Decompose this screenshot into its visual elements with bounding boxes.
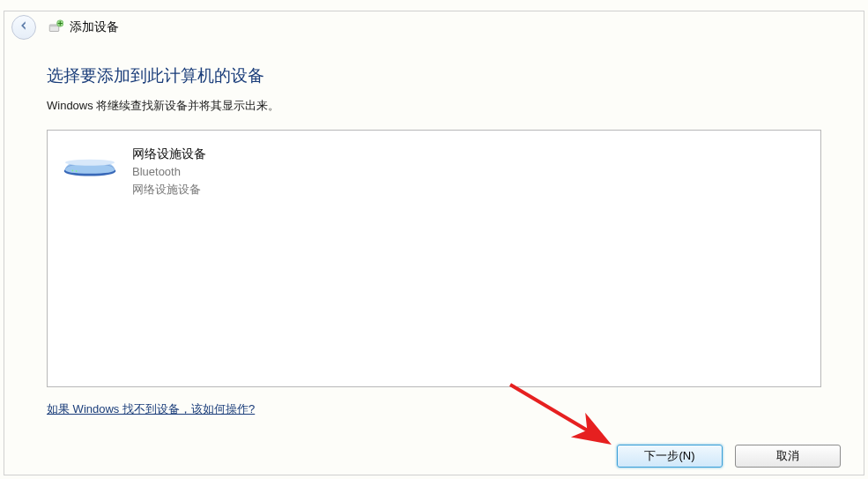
cancel-button[interactable]: 取消 xyxy=(735,445,841,468)
device-type: Bluetooth xyxy=(132,163,206,181)
device-category: 网络设施设备 xyxy=(132,181,206,198)
svg-point-5 xyxy=(72,169,74,171)
heading: 选择要添加到此计算机的设备 xyxy=(47,64,821,87)
dialog-frame: 添加设备 选择要添加到此计算机的设备 Windows 将继续查找新设备并将其显示… xyxy=(4,11,864,475)
next-button[interactable]: 下一步(N) xyxy=(617,445,723,468)
subtext: Windows 将继续查找新设备并将其显示出来。 xyxy=(47,98,821,114)
device-text: 网络设施设备 Bluetooth 网络设施设备 xyxy=(132,143,206,198)
add-device-icon xyxy=(47,19,64,36)
network-device-icon xyxy=(58,146,122,183)
footer-buttons: 下一步(N) 取消 xyxy=(617,445,841,468)
device-name: 网络设施设备 xyxy=(132,145,206,163)
back-arrow-icon xyxy=(18,19,30,35)
titlebar: 添加设备 xyxy=(4,11,864,43)
window-title: 添加设备 xyxy=(70,19,119,35)
device-item[interactable]: 网络设施设备 Bluetooth 网络设施设备 xyxy=(55,138,813,203)
back-button[interactable] xyxy=(11,15,36,40)
content-area: 选择要添加到此计算机的设备 Windows 将继续查找新设备并将其显示出来。 网… xyxy=(4,43,864,428)
svg-point-4 xyxy=(65,160,115,166)
svg-point-6 xyxy=(76,170,78,172)
device-list: 网络设施设备 Bluetooth 网络设施设备 xyxy=(47,130,821,387)
help-link[interactable]: 如果 Windows 找不到设备，该如何操作? xyxy=(47,401,255,417)
